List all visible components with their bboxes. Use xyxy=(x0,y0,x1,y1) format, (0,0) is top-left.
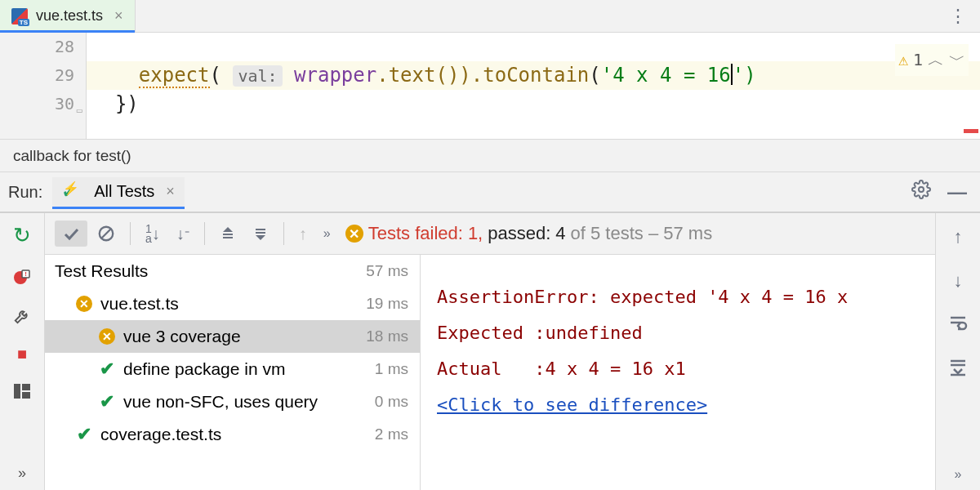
status-fail-icon: ✕ xyxy=(345,225,363,243)
more-icon[interactable]: » xyxy=(955,467,962,482)
svg-rect-11 xyxy=(223,237,233,238)
svg-rect-13 xyxy=(256,232,265,234)
svg-rect-5 xyxy=(22,384,30,390)
svg-point-0 xyxy=(919,187,924,192)
test-tree[interactable]: Test Results 57 ms ✕ vue.test.ts 19 ms ✕… xyxy=(45,255,421,490)
svg-rect-10 xyxy=(223,234,233,235)
pass-icon: ✔ xyxy=(74,424,94,445)
toolbar-more-icon[interactable]: » xyxy=(317,223,337,244)
sort-alpha-icon[interactable]: 1a↓ xyxy=(139,220,167,247)
run-tool-body: ↻ ! ■ » 1a↓ ↓⁼ ↑ » ✕ Tests failed: xyxy=(0,213,980,490)
svg-rect-4 xyxy=(14,384,20,399)
pass-icon: ✔ xyxy=(97,391,117,412)
scroll-down-icon[interactable]: ↓ xyxy=(954,270,963,292)
file-tab-label: vue.test.ts xyxy=(36,7,103,24)
editor-tabbar: vue.test.ts × ⋮ xyxy=(0,0,980,33)
console-expected-label: Expected : xyxy=(437,323,545,343)
sort-duration-icon[interactable]: ↓⁼ xyxy=(170,221,196,247)
show-ignored-icon[interactable] xyxy=(91,221,122,246)
stop-icon[interactable]: ■ xyxy=(17,345,27,363)
collapse-all-icon[interactable] xyxy=(246,222,275,245)
pass-icon: ✔ xyxy=(97,359,117,380)
tab-overflow-icon[interactable]: ⋮ xyxy=(936,0,980,32)
prev-failed-icon[interactable]: ↑ xyxy=(292,221,314,247)
tree-node[interactable]: ✕ vue.test.ts 19 ms xyxy=(45,287,420,320)
inlay-hint: val: xyxy=(233,65,282,87)
test-toolbar: 1a↓ ↓⁼ ↑ » ✕ Tests failed: 1, passed: 4 … xyxy=(45,213,935,255)
see-difference-link[interactable]: <Click to see difference> xyxy=(437,394,707,415)
console-actual-label: Actual : xyxy=(437,359,545,379)
gutter-line: 29 xyxy=(0,61,74,90)
run-right-toolbar: ↑ ↓ » xyxy=(935,213,980,490)
gutter-line: 30 ▭ xyxy=(0,90,74,118)
svg-text:!: ! xyxy=(24,270,27,278)
test-console[interactable]: AssertionError: expected '4 x 4 = 16 x E… xyxy=(421,255,935,490)
tree-node[interactable]: ✔ coverage.test.ts 2 ms xyxy=(45,418,420,451)
code-line-29: expect( val: wrapper.text()).toContain('… xyxy=(87,61,980,90)
toggle-breakpoint-icon[interactable]: ! xyxy=(12,268,32,287)
next-highlight-icon[interactable]: ﹀ xyxy=(949,46,965,74)
svg-rect-12 xyxy=(256,229,265,230)
run-config-name: All Tests xyxy=(94,182,154,201)
code-editor[interactable]: 28 29 30 ▭ expect( val: wrapper.text()).… xyxy=(0,33,980,140)
expand-all-icon[interactable] xyxy=(213,222,243,245)
error-stripe[interactable] xyxy=(964,129,978,133)
svg-line-8 xyxy=(102,229,111,238)
tree-node[interactable]: ✕ vue 3 coverage 18 ms xyxy=(45,320,420,353)
file-tab[interactable]: vue.test.ts × xyxy=(0,0,136,32)
settings-icon[interactable] xyxy=(906,180,936,204)
fold-marker-icon[interactable]: ▭ xyxy=(71,96,82,108)
soft-wrap-icon[interactable] xyxy=(948,314,968,336)
typescript-file-icon xyxy=(11,8,28,24)
scroll-up-icon[interactable]: ↑ xyxy=(954,226,963,247)
rerun-icon[interactable]: ↻ xyxy=(13,223,31,248)
run-label: Run: xyxy=(8,183,42,202)
scroll-to-end-icon[interactable] xyxy=(948,359,968,381)
inspection-widget[interactable]: ⚠ 1 ︿ ﹀ xyxy=(895,44,969,76)
svg-rect-6 xyxy=(22,392,30,399)
line-gutter: 28 29 30 ▭ xyxy=(0,33,87,139)
wrench-icon[interactable] xyxy=(13,307,31,325)
breadcrumb-bar[interactable]: callback for test() xyxy=(0,140,980,172)
fail-icon: ✕ xyxy=(99,328,115,345)
show-passed-icon[interactable] xyxy=(55,220,87,247)
svg-marker-9 xyxy=(223,227,233,232)
tree-node[interactable]: ✔ vue non-SFC, uses query 0 ms xyxy=(45,385,420,418)
code-line-30: }) xyxy=(87,90,980,118)
hide-tool-window-icon[interactable]: — xyxy=(942,180,972,203)
run-config-tab[interactable]: ✔⚡ All Tests × xyxy=(52,177,185,209)
code-area[interactable]: expect( val: wrapper.text()).toContain('… xyxy=(87,33,980,139)
tree-node[interactable]: ✔ define package in vm 1 ms xyxy=(45,353,420,385)
console-error-line: AssertionError: expected '4 x 4 = 16 x xyxy=(437,287,848,307)
close-run-tab-icon[interactable]: × xyxy=(166,183,175,200)
run-tool-header: Run: ✔⚡ All Tests × — xyxy=(0,172,980,213)
code-line-28 xyxy=(87,33,980,61)
bolt-icon: ⚡ xyxy=(63,180,79,196)
warning-count: 1 xyxy=(913,46,923,74)
tree-root[interactable]: Test Results 57 ms xyxy=(45,255,420,287)
layout-icon[interactable] xyxy=(13,383,31,399)
gutter-line: 28 xyxy=(0,33,74,61)
breadcrumb-item[interactable]: callback for test() xyxy=(13,147,131,165)
more-icon[interactable]: » xyxy=(18,465,26,482)
warning-icon: ⚠ xyxy=(898,46,908,74)
fail-icon: ✕ xyxy=(76,296,92,312)
close-tab-icon[interactable]: × xyxy=(114,7,123,24)
test-status-summary: ✕ Tests failed: 1, passed: 4 of 5 tests … xyxy=(345,223,712,244)
prev-highlight-icon[interactable]: ︿ xyxy=(928,46,944,74)
svg-marker-14 xyxy=(256,235,265,240)
run-left-toolbar: ↻ ! ■ » xyxy=(0,213,45,490)
